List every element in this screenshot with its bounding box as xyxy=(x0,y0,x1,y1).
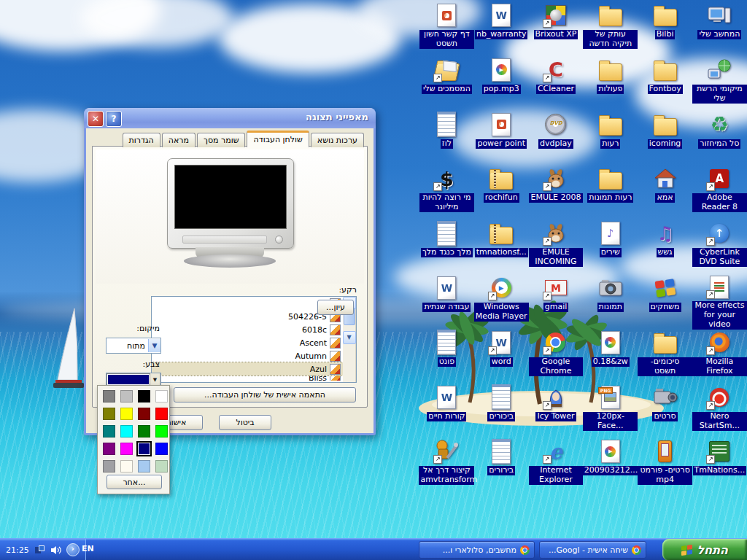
help-icon[interactable]: ? xyxy=(106,111,122,127)
color-swatch[interactable] xyxy=(103,425,115,438)
color-swatch[interactable] xyxy=(138,443,150,455)
color-swatch[interactable] xyxy=(120,443,133,455)
desktop-icon[interactable]: M↗ gmail xyxy=(529,274,584,329)
scroll-down-icon[interactable]: ▼ xyxy=(343,331,356,344)
color-swatch[interactable] xyxy=(120,408,133,420)
dialog-tab[interactable]: הגדרות xyxy=(123,133,160,147)
desktop-icon[interactable]: פונט xyxy=(419,329,474,384)
desktop-icon[interactable]: ↗ Icy Tower xyxy=(529,384,584,438)
color-swatch[interactable] xyxy=(120,425,133,438)
cancel-button[interactable]: ביטול xyxy=(219,415,271,430)
desktop-icon[interactable]: ▶ pop.mp3 xyxy=(474,56,529,111)
color-swatch[interactable] xyxy=(155,425,168,438)
browse-button[interactable]: עיון... xyxy=(317,300,354,315)
desktop-icon[interactable]: ↗ EMULE 2008 xyxy=(529,165,584,219)
other-color-button[interactable]: אחר... xyxy=(107,475,162,489)
desktop-icon[interactable]: ↗ קיצור דרך אל amvtransform xyxy=(419,438,474,492)
customize-desktop-button[interactable]: התאמה אישית של שולחן העבודה... xyxy=(174,387,356,402)
color-swatch[interactable] xyxy=(155,443,168,455)
desktop-icon[interactable]: פעולות xyxy=(583,56,638,111)
wallpaper-item[interactable]: 6018c xyxy=(152,323,343,336)
color-swatch[interactable] xyxy=(138,460,150,472)
desktop-icon[interactable]: ↗ Google Chrome xyxy=(529,329,584,384)
desktop-icon[interactable]: אמא xyxy=(638,165,692,219)
desktop-icon[interactable]: Fontboy xyxy=(638,56,692,111)
color-swatch[interactable] xyxy=(120,390,133,402)
dialog-tab[interactable]: שומר מסך xyxy=(197,133,246,147)
desktop-icon[interactable]: W nb_warranty xyxy=(474,1,529,56)
close-icon[interactable]: ✕ xyxy=(88,111,104,127)
desktop-icon[interactable]: ▶ 0.18&zw xyxy=(583,329,638,384)
desktop-icon[interactable]: ↗ TmNations... xyxy=(692,438,747,492)
taskbar-task-button[interactable]: מחשבים, סלולארי ו... xyxy=(419,541,535,559)
desktop-icon[interactable]: בירורים xyxy=(474,438,529,492)
desktop-icon[interactable]: דף קשר חשון תשסט xyxy=(419,1,474,56)
wallpaper-item[interactable]: Bliss xyxy=(152,376,343,381)
desktop-icon[interactable]: ↗ More effects for your video xyxy=(692,274,747,329)
desktop-icon[interactable]: e↗ Internet Explorer xyxy=(529,438,584,492)
desktop-icon[interactable]: DVD dvdplay xyxy=(529,111,584,166)
dialog-tab[interactable]: מראה xyxy=(162,133,196,147)
dialog-tab[interactable]: שולחן העבודה xyxy=(247,131,309,147)
taskbar-task-button[interactable]: שיחה אישית - Googl... xyxy=(539,541,646,559)
show-hidden-icons-chevron[interactable]: › xyxy=(66,543,80,556)
desktop-icon[interactable]: רעות תמונות xyxy=(583,165,638,219)
volume-icon[interactable] xyxy=(50,545,61,555)
color-swatch[interactable] xyxy=(155,460,168,472)
desktop-icon[interactable]: ↗ המסמכים שלי xyxy=(419,56,474,111)
wallpaper-item[interactable]: 504226-5 xyxy=(152,310,343,323)
color-swatch[interactable] xyxy=(103,443,115,455)
desktop-icon[interactable]: רעות xyxy=(583,111,638,166)
color-swatch[interactable] xyxy=(138,408,150,420)
messenger-icon[interactable] xyxy=(34,545,45,555)
position-combobox[interactable]: ▼ מתוח xyxy=(106,338,161,354)
desktop-icon[interactable]: ↗ Brixout XP xyxy=(529,1,584,56)
desktop-icon[interactable]: W עבודה שנתית xyxy=(419,274,474,329)
desktop-icon[interactable]: עותק של תיקיה חדשה xyxy=(583,1,638,56)
color-swatch[interactable] xyxy=(103,408,115,420)
desktop-icon[interactable]: לוז xyxy=(419,111,474,166)
wallpaper-item[interactable]: 2 xyxy=(152,297,343,310)
desktop-icon[interactable]: תמונות xyxy=(583,274,638,329)
desktop-icon[interactable]: PNG 120px-Face... xyxy=(583,384,638,438)
desktop-icon[interactable]: ♪ שירים xyxy=(583,219,638,274)
color-swatch[interactable] xyxy=(138,425,150,438)
desktop-icon[interactable]: משחקים xyxy=(638,274,692,329)
desktop-icon[interactable]: ▶ 200903212... xyxy=(583,438,638,492)
desktop-icon[interactable]: ↑↗ CyberLink DVD Suite xyxy=(692,219,747,274)
desktop-icon[interactable]: Bilbi xyxy=(638,1,692,56)
desktop-icon[interactable]: rochifun xyxy=(474,165,529,219)
desktop-icon[interactable]: power point xyxy=(474,111,529,166)
desktop-icon[interactable]: סיכומים- תשסט xyxy=(638,329,692,384)
color-swatch[interactable] xyxy=(120,460,133,472)
desktop-icon[interactable]: icoming xyxy=(638,111,692,166)
desktop-icon[interactable]: $↗ מי רוצה להיות מיליונר xyxy=(419,165,474,219)
color-swatch[interactable] xyxy=(103,390,115,402)
desktop-icon[interactable]: סרטים xyxy=(638,384,692,438)
wallpaper-item[interactable]: Ascent xyxy=(152,336,343,349)
wallpaper-item[interactable]: Azul xyxy=(152,362,343,376)
desktop-icon[interactable]: ♫ גשש xyxy=(638,219,692,274)
start-button[interactable]: התחל xyxy=(662,539,747,560)
desktop-icon[interactable]: W↗ word xyxy=(474,329,529,384)
desktop-icon[interactable]: ↗ Mozilla Firefox xyxy=(692,329,747,384)
desktop-icon[interactable]: ♻ סל המיחזור xyxy=(692,111,747,166)
color-swatch[interactable] xyxy=(138,390,150,402)
color-swatch[interactable] xyxy=(103,460,115,472)
color-swatch[interactable] xyxy=(155,390,168,402)
desktop-icon[interactable]: ↗ Nero StartSm... xyxy=(692,384,747,438)
dialog-titlebar[interactable]: מאפייני תצוגה ✕ ? xyxy=(84,108,376,128)
desktop-icon[interactable]: C↗ CCleaner xyxy=(529,56,584,111)
dialog-tab[interactable]: ערכות נושא xyxy=(311,133,364,147)
wallpaper-item[interactable]: Autumn xyxy=(152,349,343,362)
desktop-icon[interactable]: סרטים- פורמט mp4 xyxy=(638,438,692,492)
desktop-icon[interactable]: מלך כנגד מלך xyxy=(419,219,474,274)
chevron-down-icon[interactable]: ▼ xyxy=(150,373,160,386)
chevron-down-icon[interactable]: ▼ xyxy=(148,339,160,352)
color-swatch[interactable] xyxy=(155,408,168,420)
desktop-icon[interactable]: tmnationsf... xyxy=(474,219,529,274)
desktop-icon[interactable]: המחשב שלי xyxy=(692,1,747,56)
desktop-icon[interactable]: ▶↗ Windows Media Player xyxy=(474,274,529,329)
desktop-icon[interactable]: ↗ EMULE INCOMING xyxy=(529,219,584,274)
desktop-icon[interactable]: W קורות חיים xyxy=(419,384,474,438)
